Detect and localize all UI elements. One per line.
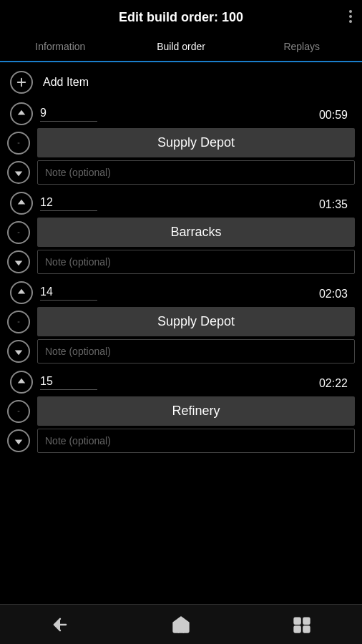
home-icon[interactable] [160,610,202,639]
down-arrow-icon-1[interactable] [7,250,30,273]
time-val-0: 00:59 [319,109,348,122]
build-list: 9 00:59 Supply Depot [0,102,362,460]
svg-rect-3 [18,411,20,411]
build-item: 9 00:59 Supply Depot [0,102,362,192]
building-btn-3[interactable]: Refinery [37,396,355,426]
content-area: Add Item 9 00:59 [0,62,362,604]
build-item-row1-3: 15 02:22 [7,371,355,394]
up-arrow-icon-3[interactable] [10,371,33,394]
note-field-2[interactable]: Note (optional) [37,339,355,364]
more-vertical-icon[interactable] [349,10,352,23]
supply-num-3: 15 [40,375,97,390]
build-item-row1-0: 9 00:59 [7,102,355,125]
supply-time-0: 9 00:59 [40,107,355,122]
building-btn-1[interactable]: Barracks [37,218,355,247]
minus-icon-0[interactable] [7,132,30,155]
build-item: 12 01:35 Barracks [0,192,362,281]
supply-num-1: 12 [40,196,97,211]
note-field-3[interactable]: Note (optional) [37,429,355,453]
svg-rect-1 [18,232,20,233]
build-item-row3-3: Note (optional) [7,429,355,453]
header-title-number: 100 [222,10,243,24]
up-arrow-icon-2[interactable] [10,281,33,304]
building-btn-0[interactable]: Supply Depot [37,128,355,157]
build-item-row1-1: 12 01:35 [7,192,355,215]
supply-num-0: 9 [40,107,97,122]
svg-rect-7 [303,626,309,632]
bottom-nav [0,604,362,644]
supply-time-1: 12 01:35 [40,196,355,211]
svg-rect-2 [18,321,20,322]
build-item: 14 02:03 Supply Depot [0,281,362,371]
minus-icon-3[interactable] [7,400,30,423]
recents-icon[interactable] [280,610,323,639]
build-item-row2-2: Supply Depot [7,307,355,336]
note-field-0[interactable]: Note (optional) [37,160,355,185]
build-item-row2-1: Barracks [7,218,355,247]
svg-rect-5 [303,618,309,623]
tab-build-order[interactable]: Build order [121,32,242,62]
build-item-row3-2: Note (optional) [7,339,355,364]
minus-icon-1[interactable] [7,221,30,244]
add-item-row[interactable]: Add Item [0,62,362,102]
build-item-row2-3: Refinery [7,396,355,426]
tab-replays[interactable]: Replays [241,32,362,61]
build-item-row2-0: Supply Depot [7,128,355,157]
supply-time-2: 14 02:03 [40,286,355,301]
add-icon[interactable] [10,71,33,94]
time-val-1: 01:35 [319,198,348,211]
minus-icon-2[interactable] [7,311,30,333]
building-btn-2[interactable]: Supply Depot [37,307,355,336]
down-arrow-icon-3[interactable] [7,429,30,452]
svg-rect-0 [18,142,20,143]
build-item-row3-0: Note (optional) [7,160,355,185]
tab-bar: Information Build order Replays [0,32,362,62]
back-icon[interactable] [39,610,82,639]
header-title: Edit build order: 100 [119,10,243,25]
svg-rect-4 [294,618,300,623]
down-arrow-icon-2[interactable] [7,340,30,363]
header: Edit build order: 100 [0,0,362,32]
build-item: 15 02:22 Refinery [0,371,362,460]
build-item-row3-1: Note (optional) [7,250,355,274]
header-title-prefix: Edit build order: [119,10,222,24]
add-item-label: Add Item [43,76,89,89]
up-arrow-icon-0[interactable] [10,102,33,125]
supply-time-3: 15 02:22 [40,375,355,390]
time-val-3: 02:22 [319,377,348,390]
note-field-1[interactable]: Note (optional) [37,250,355,274]
supply-num-2: 14 [40,286,97,301]
tab-information[interactable]: Information [0,32,121,61]
svg-rect-6 [294,626,300,632]
build-item-row1-2: 14 02:03 [7,281,355,304]
up-arrow-icon-1[interactable] [10,192,33,215]
down-arrow-icon-0[interactable] [7,161,30,184]
time-val-2: 02:03 [319,288,348,301]
